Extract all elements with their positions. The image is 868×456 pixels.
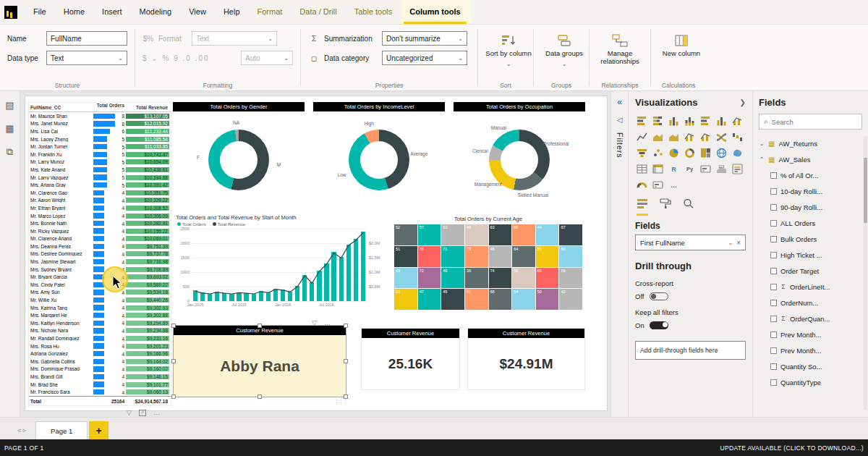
heatmap-cell[interactable]: 52 xyxy=(394,224,417,245)
table-row[interactable]: Mr. Larry Munoz5$10,654.09 xyxy=(29,159,171,166)
resize-handle[interactable] xyxy=(258,394,262,399)
viz-icon-matrix-22[interactable] xyxy=(651,162,665,176)
field-checkbox[interactable] xyxy=(770,316,777,322)
heatmap-cell[interactable]: 63 xyxy=(489,224,512,245)
heatmap-cell[interactable]: 68 xyxy=(489,289,512,310)
viz-icon-map2-20[interactable] xyxy=(731,146,744,160)
table-row[interactable]: Mrs. Janet Munoz8$12,015.92 xyxy=(29,120,171,128)
more-options-icon[interactable]: … xyxy=(153,409,160,416)
cross-report-toggle[interactable]: Off xyxy=(635,292,746,300)
viz-icon-gauge-28[interactable] xyxy=(635,178,649,192)
field-checkbox[interactable] xyxy=(770,268,777,274)
report-view-icon[interactable]: ▤ xyxy=(4,100,16,111)
menu-tab-table-tools[interactable]: Table tools xyxy=(346,0,401,24)
viz-icon-area-9[interactable] xyxy=(667,130,681,144)
table-row[interactable]: Mrs. Desiree Dominguez4$9,737.78 xyxy=(29,250,171,258)
field-row[interactable]: 90-day Rolli... xyxy=(759,199,862,215)
heatmap-cell[interactable]: 59 xyxy=(559,268,582,289)
table-row[interactable]: Mrs. Kate Anand5$10,438.61 xyxy=(29,166,171,174)
heatmap-cell[interactable]: 50 xyxy=(536,289,559,310)
add-page-button[interactable]: + xyxy=(89,421,109,439)
expand-icon[interactable]: ⌄ xyxy=(759,140,765,147)
fields-table-aw_sales[interactable]: ⌃▦AW_Sales xyxy=(759,151,862,167)
table-row[interactable]: Mr. Aaron Wright4$10,328.22 xyxy=(29,197,171,205)
resize-handle[interactable] xyxy=(171,394,176,399)
card-customer-revenue-m[interactable]: Customer Revenue $24.91M xyxy=(467,328,585,390)
heatmap-cell[interactable]: 67 xyxy=(559,224,582,245)
heatmap-cell[interactable]: 44 xyxy=(536,224,559,245)
menu-tab-modeling[interactable]: Modeling xyxy=(131,0,181,24)
table-row[interactable]: Mrs. Gabriella Collins4$9,164.02 xyxy=(29,358,171,366)
viz-icon-pie-16[interactable] xyxy=(667,146,681,160)
menu-tab-home[interactable]: Home xyxy=(55,0,93,24)
field-checkbox[interactable] xyxy=(770,204,777,211)
donut-chart-gender[interactable]: MFNA xyxy=(173,111,305,208)
chevron-down-icon[interactable]: ⌄ xyxy=(728,240,733,246)
viz-icon-scatter-15[interactable] xyxy=(651,146,665,160)
field-row[interactable]: Prev Month... xyxy=(759,342,862,358)
heatmap-cell[interactable]: 65 xyxy=(536,268,559,289)
page-nav-arrows[interactable]: ◃▹ xyxy=(17,426,28,434)
table-row[interactable]: Mr. Franklin Xu5$10,743.47 xyxy=(29,151,171,159)
heatmap-cell[interactable]: 41 xyxy=(465,289,488,310)
field-row[interactable]: ALL Orders xyxy=(759,215,862,231)
menu-tab-file[interactable]: File xyxy=(25,0,55,24)
drill-through-dropzone[interactable]: Add drill-through fields here xyxy=(635,341,746,360)
viz-icon-waterfall-13[interactable] xyxy=(731,130,744,144)
table-row[interactable]: Adriana Gonzalez4$9,166.96 xyxy=(29,350,171,358)
heatmap-cell[interactable]: 51 xyxy=(394,246,417,267)
field-row[interactable]: ΣOrderLineIt... xyxy=(759,279,862,295)
focus-mode-icon[interactable]: ↗ xyxy=(139,410,146,416)
heatmap-cell[interactable]: 66 xyxy=(512,224,535,245)
heatmap-cell[interactable]: 64 xyxy=(512,246,535,267)
table-row[interactable]: Mrs. Bonnie Nath4$10,282.91 xyxy=(29,219,171,227)
viz-icon-barsVs-3[interactable] xyxy=(683,114,697,128)
combo-plot-area[interactable]: 05001000150020002500$2.0M$1.5M$1.0M$0.5M… xyxy=(192,229,367,301)
table-row[interactable]: Mr. Willie Xu4$9,440.26 xyxy=(29,296,171,304)
fields-tab[interactable] xyxy=(637,198,648,216)
viz-icon-kpi-26[interactable]: 123 xyxy=(715,162,728,176)
viz-icon-py-24[interactable]: Py xyxy=(683,162,697,176)
table-header[interactable]: Total Revenue xyxy=(126,105,169,110)
viz-icon-slicer-27[interactable] xyxy=(731,162,744,176)
heatmap-cell[interactable]: 42 xyxy=(559,289,582,310)
table-row[interactable]: Mr. Ethan Bryant4$10,308.52 xyxy=(29,204,171,212)
table-row[interactable]: Mrs. Lacey Zheng5$11,085.54 xyxy=(29,135,171,143)
table-row[interactable]: Mrs. Jasmine Stewart4$9,716.98 xyxy=(29,258,171,266)
viz-icon-funnel-14[interactable] xyxy=(635,146,649,160)
drag-handle-icon[interactable]: ⋮⋮⋮ xyxy=(334,398,347,404)
field-checkbox[interactable] xyxy=(770,379,777,386)
field-well-chip[interactable]: First FullName ⌄ × xyxy=(635,235,746,250)
heatmap-cell[interactable]: 56 xyxy=(512,268,535,289)
datatype-select[interactable]: Text ⌄ xyxy=(46,51,127,65)
data-category-select[interactable]: Uncategorized ⌄ xyxy=(382,51,467,65)
toggle-off-icon[interactable] xyxy=(650,292,668,300)
field-checkbox[interactable] xyxy=(770,284,777,290)
field-checkbox[interactable] xyxy=(770,220,777,227)
report-page[interactable]: FullName_CC Total Orders Total Revenue M… xyxy=(25,96,608,411)
viz-icon-combo-6[interactable] xyxy=(731,114,744,128)
menu-tab-format[interactable]: Format xyxy=(249,0,292,24)
heatmap-cell[interactable]: 73 xyxy=(465,246,488,267)
table-header[interactable]: Total Orders xyxy=(93,103,126,111)
data-groups-button[interactable]: Data groups ⌄ xyxy=(541,31,587,67)
field-row[interactable]: % of All Or... xyxy=(759,167,862,183)
donut-occupation-visual[interactable]: Total Orders by Occupation ProfessionalS… xyxy=(454,102,585,209)
heatmap-cell[interactable]: 54 xyxy=(512,289,535,310)
viz-icon-barsV-2[interactable] xyxy=(667,114,681,128)
collapse-pane-icon[interactable]: « xyxy=(617,97,622,107)
heatmap-cell[interactable]: 43 xyxy=(394,268,417,289)
viz-icon-barsH-4[interactable] xyxy=(699,114,712,128)
viz-icon-barsH-0[interactable] xyxy=(635,114,649,128)
card-customer-revenue-k[interactable]: Customer Revenue 25.16K xyxy=(361,328,460,390)
table-row[interactable]: Mr. Francisco Sara4$9,060.13 xyxy=(29,388,171,396)
menu-tab-help[interactable]: Help xyxy=(215,0,249,24)
card-customer-name[interactable]: Customer Revenue Abby Rana ⋮⋮⋮ xyxy=(173,325,346,397)
heatmap-cell[interactable]: 53 xyxy=(441,224,464,245)
table-visual[interactable]: FullName_CC Total Orders Total Revenue M… xyxy=(28,102,171,406)
viz-icon-line-7[interactable] xyxy=(635,130,649,144)
fields-search[interactable]: ⌕ xyxy=(759,114,862,130)
field-row[interactable]: Bulk Orders xyxy=(759,231,862,247)
toggle-on-icon[interactable] xyxy=(650,321,668,329)
heatmap-cell[interactable]: 70 xyxy=(418,246,441,267)
